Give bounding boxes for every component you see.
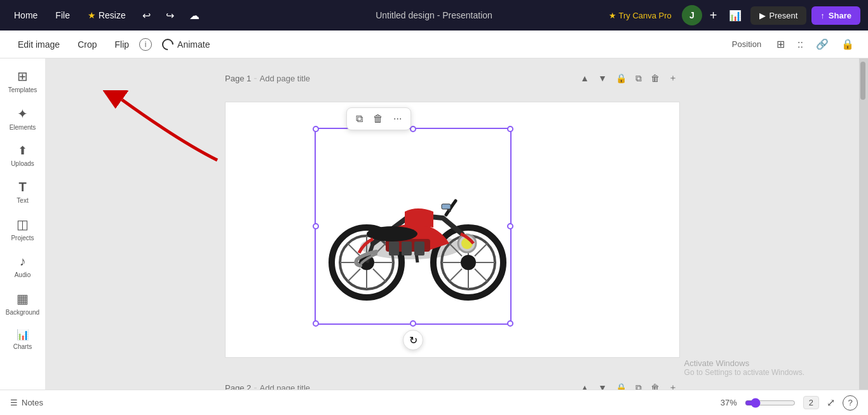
templates-icon: ⊞ — [17, 69, 28, 84]
handle-mr[interactable] — [507, 223, 513, 229]
float-toolbar: ⧉ 🗑 ··· — [346, 107, 411, 130]
handle-bl[interactable] — [313, 320, 319, 327]
svg-point-2 — [340, 236, 393, 289]
sidebar-item-audio[interactable]: ♪ Audio — [3, 249, 43, 283]
svg-rect-27 — [389, 242, 399, 255]
resize-star-icon: ★ — [88, 10, 96, 20]
resize-button[interactable]: ★ Resize — [81, 6, 132, 24]
topbar: Home File ★ Resize ↩ ↪ ☁ Untitled design… — [0, 0, 868, 31]
handle-bm[interactable] — [410, 320, 416, 327]
selection-box: ↻ — [315, 128, 512, 325]
present-button[interactable]: ▶ Present — [750, 6, 807, 25]
help-button[interactable]: ? — [843, 395, 858, 411]
sidebar-item-projects[interactable]: ◫ Projects — [3, 212, 43, 247]
audio-icon: ♪ — [20, 254, 26, 269]
float-more-button[interactable]: ··· — [390, 111, 405, 127]
redo-button[interactable]: ↪ — [161, 6, 179, 25]
page1-up-button[interactable]: ▲ — [578, 72, 592, 85]
elements-icon: ✦ — [17, 106, 28, 121]
svg-point-1 — [332, 228, 402, 297]
sidebar-item-label: Audio — [15, 271, 31, 278]
watermark: Activate Windows Go to Settings to activ… — [684, 358, 804, 377]
scrollbar-thumb — [860, 62, 865, 100]
svg-point-12 — [433, 228, 503, 297]
share-button[interactable]: ↑ Share — [811, 6, 860, 25]
zoom-slider[interactable] — [745, 398, 796, 408]
avatar[interactable]: J — [682, 5, 702, 25]
svg-rect-31 — [442, 204, 451, 209]
sidebar: ⊞ Templates ✦ Elements ⬆ Uploads T Text … — [0, 58, 46, 415]
page1-title-input[interactable] — [260, 74, 367, 83]
svg-line-19 — [449, 243, 462, 256]
handle-br[interactable] — [507, 320, 513, 327]
sidebar-item-label: Templates — [8, 86, 37, 93]
handle-tr[interactable] — [507, 126, 513, 132]
svg-point-0 — [360, 234, 462, 259]
home-button[interactable]: Home — [8, 6, 44, 24]
svg-line-10 — [348, 269, 360, 282]
page1-duplicate-button[interactable]: ⧉ — [633, 72, 644, 85]
save-cloud-button[interactable]: ☁ — [184, 6, 205, 25]
notes-button[interactable]: ☰ Notes — [10, 398, 43, 407]
svg-rect-23 — [386, 239, 430, 252]
float-delete-button[interactable]: 🗑 — [369, 111, 387, 127]
sidebar-item-label: Uploads — [11, 160, 34, 167]
sidebar-item-label: Projects — [11, 235, 34, 242]
sidebar-item-uploads[interactable]: ⬆ Uploads — [3, 139, 43, 172]
page1-add-button[interactable]: ＋ — [666, 71, 680, 85]
svg-line-20 — [475, 269, 487, 282]
crop-button[interactable]: Crop — [70, 36, 104, 53]
fit-screen-button[interactable]: ⤢ — [827, 397, 835, 409]
page1-down-button[interactable]: ▼ — [595, 72, 609, 85]
svg-line-30 — [446, 207, 451, 212]
charts-icon: 📊 — [17, 329, 29, 341]
file-button[interactable]: File — [49, 6, 76, 24]
secondary-toolbar: Edit image Crop Flip i Animate Position … — [0, 31, 868, 58]
sidebar-item-background[interactable]: ▦ Background — [3, 286, 43, 321]
projects-icon: ◫ — [17, 217, 29, 232]
info-icon[interactable]: i — [139, 38, 152, 51]
grid-icon[interactable]: :: — [794, 35, 807, 54]
svg-line-11 — [373, 243, 386, 256]
sidebar-item-templates[interactable]: ⊞ Templates — [3, 64, 43, 99]
lock-icon[interactable]: 🔒 — [837, 34, 858, 54]
undo-button[interactable]: ↩ — [137, 6, 156, 25]
position-button[interactable]: Position — [726, 36, 768, 52]
page1-delete-button[interactable]: 🗑 — [648, 72, 662, 85]
main-layout: ⊞ Templates ✦ Elements ⬆ Uploads T Text … — [0, 58, 868, 415]
flip-button[interactable]: Flip — [107, 36, 137, 53]
page1-lock-button[interactable]: 🔒 — [613, 72, 629, 85]
motorcycle-image — [316, 129, 506, 320]
rotate-handle[interactable]: ↻ — [403, 330, 423, 350]
edit-image-button[interactable]: Edit image — [10, 36, 67, 53]
page1-canvas[interactable]: ⧉ 🗑 ··· — [225, 102, 680, 358]
float-copy-button[interactable]: ⧉ — [352, 111, 367, 127]
page-number: 2 — [803, 396, 819, 409]
link-icon[interactable]: 🔗 — [812, 34, 832, 54]
sidebar-item-label: Charts — [13, 343, 32, 350]
background-icon: ▦ — [17, 291, 29, 306]
handle-ml[interactable] — [313, 223, 319, 229]
svg-point-26 — [461, 238, 473, 249]
try-pro-button[interactable]: ★ Try Canva Pro — [604, 7, 677, 24]
toolbar-right: Position ⊞ :: 🔗 🔒 — [726, 34, 858, 54]
add-team-button[interactable]: + — [707, 6, 720, 25]
align-icon[interactable]: ⊞ — [773, 34, 789, 54]
svg-point-13 — [442, 236, 495, 289]
svg-point-3 — [359, 255, 374, 270]
sidebar-item-elements[interactable]: ✦ Elements — [3, 101, 43, 136]
svg-line-9 — [373, 269, 386, 282]
svg-point-25 — [458, 235, 476, 252]
bottom-bar: ☰ Notes 37% 2 ⤢ ? — [0, 390, 868, 415]
handle-tl[interactable] — [313, 126, 319, 132]
sidebar-item-charts[interactable]: 📊 Charts — [3, 323, 43, 355]
animate-button[interactable]: Animate — [154, 35, 217, 54]
zoom-area: 37% 2 ⤢ ? — [721, 395, 858, 411]
vertical-scrollbar[interactable] — [859, 58, 868, 415]
pro-star-icon: ★ — [609, 11, 616, 20]
topbar-right: ★ Try Canva Pro J + 📊 ▶ Present ↑ Share — [604, 5, 860, 25]
sidebar-item-text[interactable]: T Text — [3, 175, 43, 209]
svg-line-22 — [475, 243, 487, 256]
page1-header: Page 1 - ▲ ▼ 🔒 ⧉ 🗑 ＋ — [225, 71, 680, 85]
analytics-button[interactable]: 📊 — [725, 6, 745, 25]
